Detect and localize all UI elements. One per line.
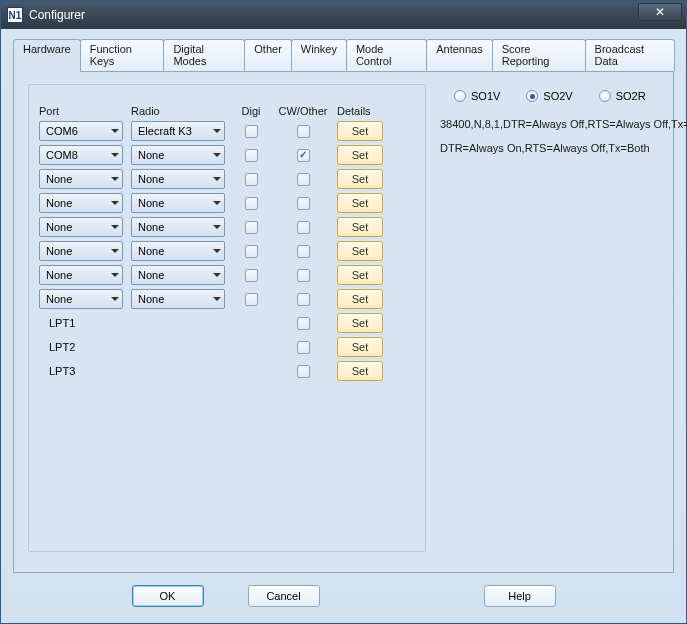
ok-button[interactable]: OK (132, 585, 204, 607)
tab-broadcast-data[interactable]: Broadcast Data (585, 39, 675, 71)
so-mode-radio-so2r[interactable]: SO2R (599, 90, 646, 102)
header-digi: Digi (233, 105, 269, 121)
radio-select-value: Elecraft K3 (138, 125, 192, 137)
chevron-down-icon (213, 153, 221, 157)
port-select-value: COM6 (46, 125, 78, 137)
close-icon: ✕ (655, 5, 665, 19)
header-radio: Radio (131, 105, 225, 121)
set-button-7[interactable]: Set (337, 289, 383, 309)
close-button[interactable]: ✕ (638, 3, 682, 21)
chevron-down-icon (213, 273, 221, 277)
radio-label: SO1V (471, 90, 500, 102)
set-button-2[interactable]: Set (337, 169, 383, 189)
digi-checkbox-4[interactable] (245, 221, 258, 234)
digi-checkbox-2[interactable] (245, 173, 258, 186)
port-label-lpt3: LPT3 (39, 361, 123, 381)
chevron-down-icon (111, 153, 119, 157)
port-select-value: COM8 (46, 149, 78, 161)
cw-checkbox-2[interactable] (297, 173, 310, 186)
cw-checkbox-4[interactable] (297, 221, 310, 234)
cancel-button[interactable]: Cancel (248, 585, 320, 607)
radio-select-6[interactable]: None (131, 265, 225, 285)
cw-checkbox-7[interactable] (297, 293, 310, 306)
set-button-1[interactable]: Set (337, 145, 383, 165)
port-select-3[interactable]: None (39, 193, 123, 213)
digi-checkbox-3[interactable] (245, 197, 258, 210)
digi-checkbox-5[interactable] (245, 245, 258, 258)
tab-score-reporting[interactable]: Score Reporting (492, 39, 586, 71)
chevron-down-icon (213, 225, 221, 229)
radio-label: SO2V (543, 90, 572, 102)
client-area: HardwareFunction KeysDigital ModesOtherW… (1, 29, 686, 623)
radio-select-value: None (138, 197, 164, 209)
radio-icon (526, 90, 538, 102)
port-label-lpt2: LPT2 (39, 337, 123, 357)
port-select-value: None (46, 173, 72, 185)
chevron-down-icon (111, 177, 119, 181)
titlebar: N1 Configurer ✕ (1, 1, 686, 29)
tab-digital-modes[interactable]: Digital Modes (163, 39, 245, 71)
digi-checkbox-6[interactable] (245, 269, 258, 282)
cw-checkbox-9[interactable] (297, 341, 310, 354)
radio-select-value: None (138, 293, 164, 305)
radio-select-7[interactable]: None (131, 289, 225, 309)
port-select-value: None (46, 197, 72, 209)
radio-select-5[interactable]: None (131, 241, 225, 261)
chevron-down-icon (111, 297, 119, 301)
header-port: Port (39, 105, 123, 121)
tab-other[interactable]: Other (244, 39, 292, 71)
cw-checkbox-3[interactable] (297, 197, 310, 210)
port-label-lpt1: LPT1 (39, 313, 123, 333)
help-button[interactable]: Help (484, 585, 556, 607)
radio-label: SO2R (616, 90, 646, 102)
port-select-4[interactable]: None (39, 217, 123, 237)
set-button-4[interactable]: Set (337, 217, 383, 237)
radio-select-0[interactable]: Elecraft K3 (131, 121, 225, 141)
cw-checkbox-6[interactable] (297, 269, 310, 282)
digi-checkbox-1[interactable] (245, 149, 258, 162)
dialog-buttons: OK Cancel Help (13, 573, 674, 611)
cw-checkbox-5[interactable] (297, 245, 310, 258)
tab-function-keys[interactable]: Function Keys (80, 39, 165, 71)
tab-hardware[interactable]: Hardware (13, 39, 81, 72)
cw-checkbox-10[interactable] (297, 365, 310, 378)
set-button-0[interactable]: Set (337, 121, 383, 141)
radio-select-2[interactable]: None (131, 169, 225, 189)
window-title: Configurer (29, 8, 85, 22)
chevron-down-icon (111, 273, 119, 277)
cw-checkbox-1[interactable] (297, 149, 310, 162)
radio-select-value: None (138, 173, 164, 185)
chevron-down-icon (111, 201, 119, 205)
cw-checkbox-0[interactable] (297, 125, 310, 138)
tab-winkey[interactable]: Winkey (291, 39, 347, 71)
set-button-10[interactable]: Set (337, 361, 383, 381)
radio-select-3[interactable]: None (131, 193, 225, 213)
set-button-6[interactable]: Set (337, 265, 383, 285)
set-button-8[interactable]: Set (337, 313, 383, 333)
tab-panel-hardware: PortRadioDigiCW/OtherDetailsCOM6Elecraft… (13, 71, 674, 573)
digi-checkbox-0[interactable] (245, 125, 258, 138)
chevron-down-icon (111, 225, 119, 229)
set-button-9[interactable]: Set (337, 337, 383, 357)
cw-checkbox-8[interactable] (297, 317, 310, 330)
port-select-0[interactable]: COM6 (39, 121, 123, 141)
tab-antennas[interactable]: Antennas (426, 39, 492, 71)
port-select-6[interactable]: None (39, 265, 123, 285)
port-select-1[interactable]: COM8 (39, 145, 123, 165)
chevron-down-icon (213, 177, 221, 181)
radio-select-value: None (138, 245, 164, 257)
port-select-5[interactable]: None (39, 241, 123, 261)
port-select-7[interactable]: None (39, 289, 123, 309)
port-select-2[interactable]: None (39, 169, 123, 189)
set-button-3[interactable]: Set (337, 193, 383, 213)
so-mode-radio-so1v[interactable]: SO1V (454, 90, 500, 102)
chevron-down-icon (213, 129, 221, 133)
so-mode-radio-so2v[interactable]: SO2V (526, 90, 572, 102)
radio-select-1[interactable]: None (131, 145, 225, 165)
digi-checkbox-7[interactable] (245, 293, 258, 306)
radio-icon (599, 90, 611, 102)
tab-mode-control[interactable]: Mode Control (346, 39, 427, 71)
radio-select-4[interactable]: None (131, 217, 225, 237)
set-button-5[interactable]: Set (337, 241, 383, 261)
ports-fieldset: PortRadioDigiCW/OtherDetailsCOM6Elecraft… (28, 84, 426, 552)
